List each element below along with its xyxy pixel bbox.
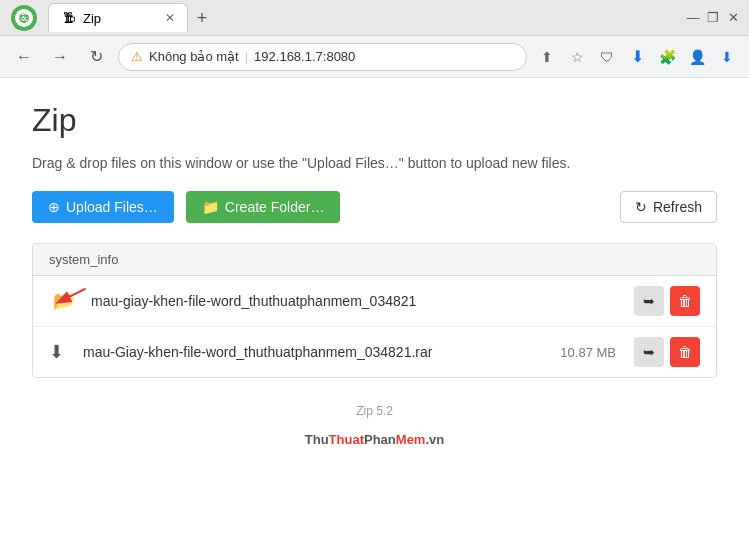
page-title: Zip	[32, 102, 717, 139]
address-separator: |	[245, 49, 248, 64]
profile-icon[interactable]: 👤	[685, 45, 709, 69]
svg-line-6	[59, 289, 86, 302]
file-list-header: system_info	[33, 244, 716, 276]
tab-close-button[interactable]: ✕	[165, 11, 175, 25]
file-size: 10.87 MB	[560, 345, 616, 360]
file-name: mau-Giay-khen-file-word_thuthuatphanmem_…	[83, 344, 550, 360]
file-name: mau-giay-khen-file-word_thuthuatphanmem_…	[91, 293, 624, 309]
refresh-label: Refresh	[653, 199, 702, 215]
create-folder-label: Create Folder…	[225, 199, 325, 215]
new-tab-button[interactable]: +	[188, 4, 216, 32]
download-type-icon: ⬇	[49, 341, 73, 363]
share-file-button[interactable]: ➥	[634, 337, 664, 367]
watermark-thuat: Thuat	[329, 432, 364, 447]
address-input[interactable]: ⚠ Không bảo mật | 192.168.1.7:8080	[118, 43, 527, 71]
extensions-icon[interactable]: 🧩	[655, 45, 679, 69]
share-file-button[interactable]: ➥	[634, 286, 664, 316]
refresh-icon: ↻	[635, 199, 647, 215]
page-footer: Zip 5.2	[0, 394, 749, 428]
menu-download-icon[interactable]: ⬇	[715, 45, 739, 69]
delete-file-button[interactable]: 🗑	[670, 337, 700, 367]
table-row: 📂 mau-giay-khen-file-word_thuthuatphanme…	[33, 276, 716, 327]
tab-bar: 🗜 Zip ✕ +	[48, 3, 677, 32]
browser-logo: CỐC CỐC	[8, 2, 40, 34]
folder-type-icon: 📂	[49, 290, 73, 312]
file-actions: ➥ 🗑	[634, 337, 700, 367]
active-tab[interactable]: 🗜 Zip ✕	[48, 3, 188, 32]
security-warning-text: Không bảo mật	[149, 49, 239, 64]
restore-button[interactable]: ❐	[705, 10, 721, 26]
watermark: ThuThuatPhanMem.vn	[0, 428, 749, 451]
shield-icon[interactable]: 🛡	[595, 45, 619, 69]
file-list: system_info 📂 mau-giay-khen-file-word_th…	[32, 243, 717, 378]
titlebar: CỐC CỐC 🗜 Zip ✕ + — ❐ ✕	[0, 0, 749, 36]
security-warning-icon: ⚠	[131, 49, 143, 64]
address-bar-icons: ⬆ ☆ 🛡 ⬇ 🧩 👤 ⬇	[535, 45, 739, 69]
svg-text:CỐC: CỐC	[17, 15, 29, 22]
file-actions: ➥ 🗑	[634, 286, 700, 316]
svg-text:CỐC: CỐC	[17, 9, 29, 16]
share-icon[interactable]: ⬆	[535, 45, 559, 69]
upload-icon: ⊕	[48, 199, 60, 215]
tab-favicon: 🗜	[61, 10, 77, 26]
reload-button[interactable]: ↻	[82, 43, 110, 71]
address-bar: ← → ↻ ⚠ Không bảo mật | 192.168.1.7:8080…	[0, 36, 749, 78]
footer-text: Zip 5.2	[356, 404, 393, 418]
folder-icon: 📁	[202, 199, 219, 215]
download-icon[interactable]: ⬇	[625, 45, 649, 69]
forward-button[interactable]: →	[46, 43, 74, 71]
upload-label: Upload Files…	[66, 199, 158, 215]
watermark-thu: Thu	[305, 432, 329, 447]
action-buttons: ⊕ Upload Files… 📁 Create Folder… ↻ Refre…	[32, 191, 717, 223]
back-button[interactable]: ←	[10, 43, 38, 71]
refresh-button[interactable]: ↻ Refresh	[620, 191, 717, 223]
minimize-button[interactable]: —	[685, 10, 701, 26]
close-button[interactable]: ✕	[725, 10, 741, 26]
upload-files-button[interactable]: ⊕ Upload Files…	[32, 191, 174, 223]
create-folder-button[interactable]: 📁 Create Folder…	[186, 191, 341, 223]
watermark-mem: Mem	[396, 432, 426, 447]
page-description: Drag & drop files on this window or use …	[32, 155, 717, 171]
watermark-phan: Phan	[364, 432, 396, 447]
bookmark-icon[interactable]: ☆	[565, 45, 589, 69]
page-content: Zip Drag & drop files on this window or …	[0, 78, 749, 394]
window-controls: — ❐ ✕	[685, 10, 741, 26]
delete-file-button[interactable]: 🗑	[670, 286, 700, 316]
table-row: ⬇ mau-Giay-khen-file-word_thuthuatphanme…	[33, 327, 716, 377]
tab-title: Zip	[83, 11, 101, 26]
url-text: 192.168.1.7:8080	[254, 49, 355, 64]
watermark-vn: .vn	[425, 432, 444, 447]
